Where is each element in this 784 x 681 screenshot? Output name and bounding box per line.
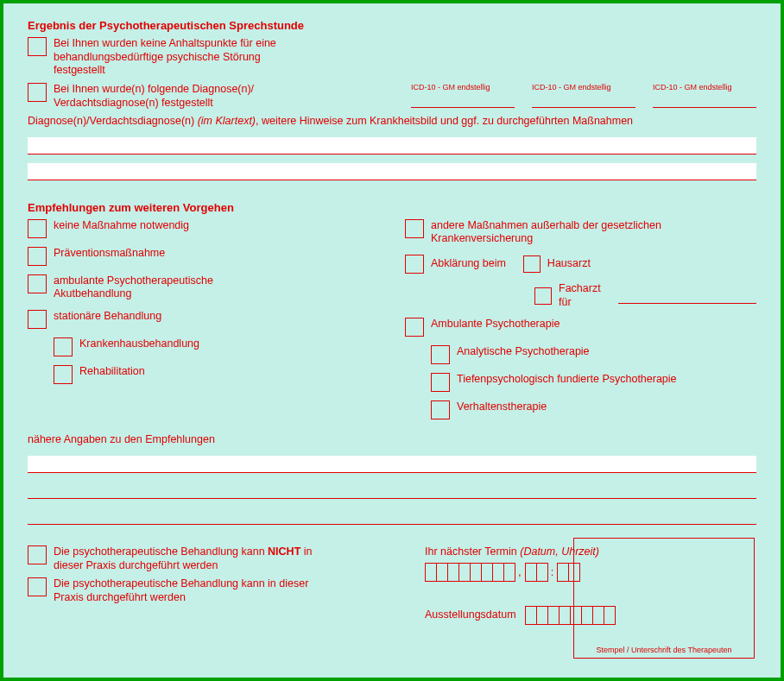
details-line-2[interactable] (28, 482, 756, 499)
specialist-input[interactable] (618, 288, 756, 304)
checkbox-stationary[interactable] (28, 310, 47, 329)
checkbox-other[interactable] (405, 219, 424, 238)
comma-sep: , (515, 565, 525, 578)
bottom-left: Die psychotherapeutische Behandlung kann… (28, 545, 416, 625)
label-can: Die psychotherapeutische Behandlung kann… (54, 577, 330, 604)
checkbox-hospital[interactable] (54, 337, 73, 356)
date-d2[interactable] (436, 563, 448, 582)
diag-prefix: Diagnose(n)/Verdachtsdiagnose(n) (28, 115, 198, 127)
date-m1[interactable] (447, 563, 459, 582)
date-cells (425, 563, 515, 582)
diag-line-2[interactable] (28, 163, 756, 180)
label-stationary: stationäre Behandlung (54, 310, 161, 324)
checkbox-prevention[interactable] (28, 247, 47, 266)
icd-field-1: ICD-10 - GM endstellig (411, 83, 515, 108)
checkbox-rehab[interactable] (54, 365, 73, 384)
label-behavior: Verhaltenstherapie (457, 400, 547, 414)
col-right: andere Maßnahmen außerhalb der gesetzlic… (405, 219, 756, 429)
icd-input-2[interactable] (532, 92, 635, 108)
date-y2[interactable] (481, 563, 493, 582)
row-diagnosis: Bei Ihnen wurde(n) folgende Diagnose(n)/… (28, 83, 756, 110)
stamp-label: Stempel / Unterschrift des Therapeuten (597, 646, 732, 654)
checkbox-behavior[interactable] (431, 400, 450, 419)
label-cannot: Die psychotherapeutische Behandlung kann… (54, 545, 330, 572)
icd-label-3: ICD-10 - GM endstellig (653, 83, 756, 91)
icd-block: ICD-10 - GM endstellig ICD-10 - GM endst… (411, 83, 756, 108)
issue-date-label: Ausstellungsdatum (425, 608, 516, 622)
form-page: Ergebnis der Psychotherapeutischen Sprec… (0, 0, 784, 681)
row-no-findings: Bei Ihnen wurden keine Anhaltspunkte für… (28, 37, 756, 78)
cannot-prefix: Die psychotherapeutische Behandlung kann (54, 545, 268, 558)
icd-label-1: ICD-10 - GM endstellig (411, 83, 515, 91)
date-y1[interactable] (470, 563, 482, 582)
issue-m2[interactable] (559, 606, 571, 625)
time-h1[interactable] (525, 563, 537, 582)
colon-sep: : (547, 565, 558, 578)
diag-italic: (im Klartext) (198, 115, 256, 127)
checkbox-can[interactable] (28, 577, 47, 596)
label-diagnosis: Bei Ihnen wurde(n) folgende Diagnose(n)/… (54, 83, 313, 110)
hour-cells (525, 563, 547, 582)
label-specialist: Facharzt für (559, 282, 611, 309)
checkbox-diagnosis[interactable] (28, 83, 47, 102)
checkbox-gp[interactable] (523, 255, 541, 273)
issue-d1[interactable] (525, 606, 537, 625)
checkbox-no-findings[interactable] (28, 37, 47, 56)
checkbox-clarify[interactable] (405, 255, 424, 274)
checkbox-depth[interactable] (431, 373, 450, 392)
details-label: nähere Angaben zu den Empfehlungen (28, 433, 756, 447)
checkbox-none[interactable] (28, 219, 47, 238)
date-m2[interactable] (458, 563, 471, 582)
icd-field-3: ICD-10 - GM endstellig (653, 83, 756, 108)
label-analytic: Analytische Psychotherapie (457, 345, 590, 359)
label-none: keine Maßnahme notwendig (54, 219, 189, 233)
col-left: keine Maßnahme notwendig Präventionsmaßn… (28, 219, 379, 429)
recommendations-grid: keine Maßnahme notwendig Präventionsmaßn… (28, 219, 756, 429)
checkbox-amb-psy[interactable] (405, 318, 424, 337)
label-depth: Tiefenpsychologisch fundierte Psychother… (457, 373, 677, 387)
checkbox-cannot[interactable] (28, 545, 47, 564)
checkbox-acute[interactable] (28, 274, 47, 293)
time-m1[interactable] (557, 563, 569, 582)
label-no-findings: Bei Ihnen wurden keine Anhaltspunkte für… (54, 37, 313, 78)
icd-field-2: ICD-10 - GM endstellig (532, 83, 635, 108)
label-other: andere Maßnahmen außerhalb der gesetzlic… (431, 219, 690, 246)
label-amb-psy: Ambulante Psychotherapie (431, 318, 560, 331)
icd-label-2: ICD-10 - GM endstellig (532, 83, 635, 91)
time-h2[interactable] (536, 563, 548, 582)
next-appt-prefix: Ihr nächster Termin (425, 545, 520, 558)
stamp-box[interactable]: Stempel / Unterschrift des Therapeuten (573, 538, 755, 659)
diag-suffix: , weitere Hinweise zum Krankheitsbild un… (256, 115, 633, 127)
date-y4[interactable] (503, 563, 515, 582)
details-line-1[interactable] (28, 456, 756, 473)
date-d1[interactable] (425, 563, 437, 582)
details-line-3[interactable] (28, 508, 756, 525)
issue-m1[interactable] (547, 606, 560, 625)
label-rehab: Rehabilitation (79, 365, 145, 379)
label-acute: ambulante Psychotherapeutische Akutbehan… (54, 274, 243, 301)
label-gp: Hausarzt (547, 257, 591, 271)
icd-input-1[interactable] (411, 92, 515, 108)
label-clarify: Abklärung beim (431, 257, 506, 271)
cannot-bold: NICHT (268, 545, 300, 558)
checkbox-analytic[interactable] (431, 345, 450, 364)
checkbox-specialist[interactable] (534, 287, 552, 305)
icd-input-3[interactable] (653, 92, 756, 108)
diag-text-line: Diagnose(n)/Verdachtsdiagnose(n) (im Kla… (28, 115, 756, 129)
section2-heading: Empfehlungen zum weiteren Vorgehen (28, 201, 756, 214)
issue-d2[interactable] (536, 606, 548, 625)
label-hospital: Krankenhausbehandlung (79, 337, 199, 351)
date-y3[interactable] (492, 563, 504, 582)
diag-line-1[interactable] (28, 137, 756, 154)
label-prevention: Präventionsmaßnahme (54, 247, 165, 261)
section1-heading: Ergebnis der Psychotherapeutischen Sprec… (28, 19, 756, 32)
